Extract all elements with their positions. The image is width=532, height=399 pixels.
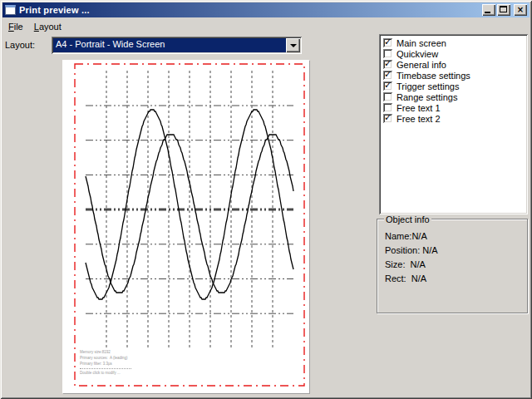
field-value: N/A (411, 273, 426, 283)
option-row[interactable]: Trigger settings (382, 81, 525, 91)
field-label: Position: (385, 245, 422, 255)
option-label: Main screen (397, 38, 446, 48)
option-label: Free text 1 (397, 103, 441, 113)
object-info-fields: Name:N/APosition: N/ASize: N/ARect: N/A (385, 231, 527, 283)
footer-text-line: Memory size:8192 (80, 349, 180, 355)
layout-combobox-dropdown-button[interactable] (286, 38, 300, 52)
option-label: Timebase settings (397, 71, 470, 81)
minimize-icon (485, 12, 490, 13)
close-icon: × (514, 4, 527, 15)
object-info-title: Object info (384, 214, 431, 224)
option-row[interactable]: Free text 2 (382, 113, 525, 124)
option-label: Quickview (397, 49, 438, 59)
footer-separator (80, 368, 131, 369)
menu-bar: File Layout (3, 20, 67, 34)
option-label: General info (397, 60, 446, 70)
layout-combobox[interactable]: A4 - Portrait - Wide Screen (52, 37, 302, 54)
title-bar[interactable]: Print preview ... × (2, 2, 530, 17)
menu-layout[interactable]: Layout (29, 20, 67, 34)
option-row[interactable]: Range settings (382, 91, 525, 102)
checkbox-checked-icon[interactable] (383, 81, 392, 91)
footer-text-line: Primary filter: 3.3µs (80, 361, 180, 367)
field-value: N/A (411, 231, 426, 241)
window-title: Print preview ... (19, 5, 90, 15)
checkbox-checked-icon[interactable] (383, 71, 392, 80)
field-label: Size: (385, 259, 411, 269)
option-row[interactable]: Quickview (382, 48, 525, 59)
layout-combobox-label: Layout: (5, 40, 35, 50)
object-info-field: Size: N/A (385, 259, 527, 269)
minimize-button[interactable] (482, 4, 495, 16)
checkbox-unchecked-icon[interactable] (383, 103, 392, 112)
print-options-list[interactable]: Main screenQuickviewGeneral infoTimebase… (379, 34, 528, 214)
print-preview-page[interactable]: Memory size:8192Primary sources: A (lead… (62, 60, 309, 393)
close-button[interactable]: × (514, 4, 527, 16)
object-info-field: Rect: N/A (385, 273, 527, 283)
app-window-icon (5, 5, 16, 15)
option-label: Range settings (397, 92, 457, 102)
checkbox-checked-icon[interactable] (383, 38, 392, 47)
option-row[interactable]: Timebase settings (382, 70, 525, 81)
general-info-block[interactable]: Memory size:8192Primary sources: A (lead… (80, 349, 180, 376)
field-label: Name: (385, 231, 411, 241)
option-row[interactable]: Main screen (382, 37, 525, 48)
option-label: Free text 2 (397, 114, 441, 124)
window-controls: × (480, 4, 527, 16)
chevron-down-icon (290, 44, 297, 47)
waveform-channel-2[interactable] (86, 135, 293, 293)
checkbox-checked-icon[interactable] (383, 114, 392, 123)
checkbox-unchecked-icon[interactable] (383, 92, 392, 101)
checkbox-unchecked-icon[interactable] (383, 49, 392, 58)
option-label: Trigger settings (397, 81, 459, 91)
preview-plot[interactable] (62, 60, 309, 393)
maximize-button[interactable] (497, 4, 510, 16)
object-info-group: Object info Name:N/APosition: N/ASize: N… (377, 219, 528, 313)
checkbox-checked-icon[interactable] (383, 60, 392, 69)
object-info-field: Position: N/A (385, 245, 527, 255)
object-info-field: Name:N/A (385, 231, 527, 241)
print-preview-window: Print preview ... × File Layout Layout: … (0, 0, 532, 399)
maximize-icon (500, 6, 507, 12)
option-row[interactable]: General info (382, 59, 525, 70)
option-row[interactable]: Free text 1 (382, 102, 525, 113)
layout-combobox-value: A4 - Portrait - Wide Screen (53, 38, 286, 52)
field-value: N/A (422, 245, 437, 255)
menu-file[interactable]: File (3, 20, 29, 34)
field-label: Rect: (385, 273, 411, 283)
footer-text-line: Primary sources: A (leading) (80, 355, 180, 361)
field-value: N/A (411, 259, 426, 269)
footer-hint: Double click to modify ... (80, 370, 180, 376)
